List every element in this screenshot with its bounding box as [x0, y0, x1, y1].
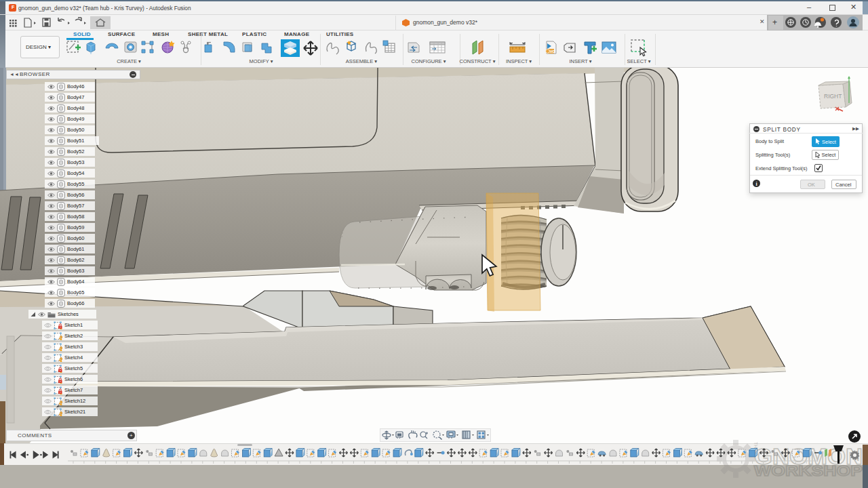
svg-text:RIGHT: RIGHT	[824, 93, 842, 100]
